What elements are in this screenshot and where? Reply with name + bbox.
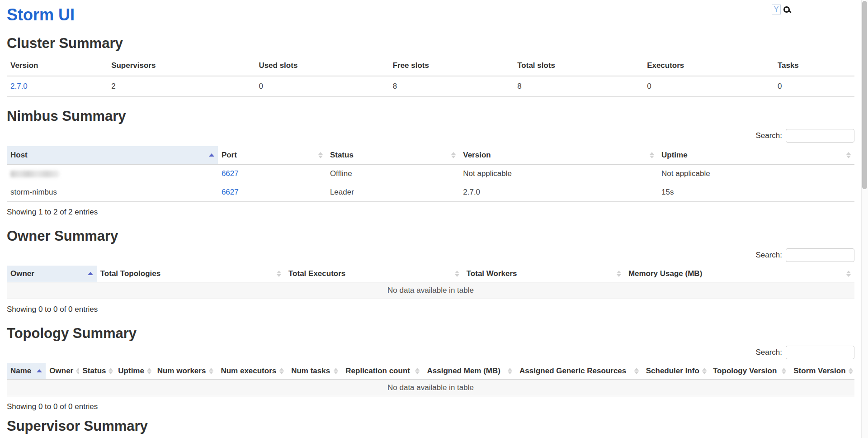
nimbus-search-bar: Search: xyxy=(7,129,854,143)
topology-summary-table: Name Owner Status Uptime Num workers xyxy=(7,363,854,396)
sort-both-icon xyxy=(277,271,281,277)
topology-col-name-sort[interactable]: Name xyxy=(7,363,46,380)
nimbus-status-value: Leader xyxy=(326,183,459,201)
cluster-tasks-value: 0 xyxy=(774,76,854,97)
sort-both-icon xyxy=(279,368,284,374)
nimbus-port-link[interactable]: 6627 xyxy=(222,169,239,178)
nimbus-row-leader: storm-nimbus 6627 Leader 2.7.0 15s xyxy=(7,183,854,201)
cluster-col-executors: Executors xyxy=(643,56,774,76)
cluster-supervisors-value: 2 xyxy=(108,76,255,97)
owner-summary-heading: Owner Summary xyxy=(7,229,854,244)
topology-col-scheduler-info-sort[interactable]: Scheduler Info xyxy=(642,363,709,380)
nimbus-version-value: 2.7.0 xyxy=(459,183,658,201)
nimbus-header-row: Host Port Status Version Uptime xyxy=(7,146,854,165)
nimbus-row-offline: 6627 Offline Not applicable Not applicab… xyxy=(7,164,854,183)
cluster-total-slots-value: 8 xyxy=(514,76,643,97)
nimbus-entries-note: Showing 1 to 2 of 2 entries xyxy=(7,208,854,217)
vertical-scrollbar[interactable] xyxy=(861,0,868,438)
nimbus-col-port-sort[interactable]: Port xyxy=(218,146,326,165)
owner-col-memory-usage-sort[interactable]: Memory Usage (MB) xyxy=(625,266,854,282)
redacted-host-blur xyxy=(10,171,59,177)
cluster-col-supervisors: Supervisors xyxy=(108,56,255,76)
topology-col-num-executors-sort[interactable]: Num executors xyxy=(217,363,288,380)
cluster-summary-heading: Cluster Summary xyxy=(7,36,854,51)
sort-both-icon xyxy=(334,368,338,374)
sort-asc-icon xyxy=(88,272,93,275)
topology-col-replication-count-sort[interactable]: Replication count xyxy=(342,363,423,380)
nimbus-uptime-value: Not applicable xyxy=(658,164,854,183)
owner-search-input[interactable] xyxy=(786,248,854,262)
cluster-col-total-slots: Total slots xyxy=(514,56,643,76)
sort-both-icon xyxy=(76,368,79,374)
cluster-col-used-slots: Used slots xyxy=(255,56,389,76)
cluster-col-free-slots: Free slots xyxy=(389,56,514,76)
owner-summary-table: Owner Total Topologies Total Executors T… xyxy=(7,266,854,299)
topology-col-uptime-sort[interactable]: Uptime xyxy=(114,363,153,380)
sort-both-icon xyxy=(702,368,707,374)
topology-no-data-row: No data available in table xyxy=(7,379,854,396)
nimbus-host-redacted xyxy=(7,164,218,183)
nimbus-search-input[interactable] xyxy=(786,129,854,143)
sort-both-icon xyxy=(415,368,420,374)
topology-col-topology-version-sort[interactable]: Topology Version xyxy=(709,363,790,380)
sort-both-icon xyxy=(617,271,621,277)
sort-both-icon xyxy=(782,368,786,374)
nimbus-summary-heading: Nimbus Summary xyxy=(7,109,854,124)
topology-col-status-sort[interactable]: Status xyxy=(79,363,115,380)
sort-both-icon xyxy=(455,271,459,277)
topology-no-data-text: No data available in table xyxy=(7,379,854,396)
app-title-link[interactable]: Storm UI xyxy=(7,5,854,24)
cluster-executors-value: 0 xyxy=(643,76,774,97)
sort-both-icon xyxy=(209,368,213,374)
supervisor-summary-heading: Supervisor Summary xyxy=(7,419,854,434)
topology-col-num-tasks-sort[interactable]: Num tasks xyxy=(288,363,342,380)
nimbus-col-version-sort[interactable]: Version xyxy=(459,146,658,165)
top-icons: Y xyxy=(772,5,790,14)
owner-col-total-workers-sort[interactable]: Total Workers xyxy=(463,266,625,282)
owner-search-label: Search: xyxy=(755,251,782,260)
cluster-free-slots-value: 8 xyxy=(389,76,514,97)
owner-header-row: Owner Total Topologies Total Executors T… xyxy=(7,266,854,282)
owner-entries-note: Showing 0 to 0 of 0 entries xyxy=(7,305,854,314)
owner-col-total-executors-sort[interactable]: Total Executors xyxy=(285,266,463,282)
owner-no-data-text: No data available in table xyxy=(7,282,854,299)
sort-both-icon xyxy=(147,368,151,374)
topology-col-assigned-generic-resources-sort[interactable]: Assigned Generic Resources xyxy=(516,363,642,380)
cluster-col-tasks: Tasks xyxy=(774,56,854,76)
topology-col-num-workers-sort[interactable]: Num workers xyxy=(154,363,217,380)
sort-both-icon xyxy=(451,152,456,158)
topology-search-bar: Search: xyxy=(7,346,854,359)
sort-asc-icon xyxy=(37,369,42,372)
sort-asc-icon xyxy=(209,153,214,157)
nimbus-host-value: storm-nimbus xyxy=(7,183,218,201)
nimbus-col-uptime-sort[interactable]: Uptime xyxy=(658,146,854,165)
nimbus-summary-table: Host Port Status Version Uptime xyxy=(7,146,854,202)
owner-search-bar: Search: xyxy=(7,248,854,262)
owner-col-total-topologies-sort[interactable]: Total Topologies xyxy=(97,266,285,282)
sort-both-icon xyxy=(634,368,639,374)
cluster-col-version: Version xyxy=(7,56,108,76)
topology-search-input[interactable] xyxy=(786,346,854,359)
y-button[interactable]: Y xyxy=(772,5,781,14)
sort-both-icon xyxy=(849,368,853,374)
topology-col-assigned-mem-sort[interactable]: Assigned Mem (MB) xyxy=(423,363,516,380)
owner-no-data-row: No data available in table xyxy=(7,282,854,299)
nimbus-version-value: Not applicable xyxy=(459,164,658,183)
topology-col-storm-version-sort[interactable]: Storm Version xyxy=(790,363,854,380)
sort-both-icon xyxy=(108,368,113,374)
sort-both-icon xyxy=(318,152,323,158)
sort-both-icon xyxy=(650,152,654,158)
nimbus-port-link[interactable]: 6627 xyxy=(222,188,239,196)
topology-col-owner-sort[interactable]: Owner xyxy=(46,363,79,380)
sort-both-icon xyxy=(846,271,851,277)
search-icon[interactable] xyxy=(783,6,790,13)
cluster-version-link[interactable]: 2.7.0 xyxy=(10,82,28,90)
nimbus-col-status-sort[interactable]: Status xyxy=(326,146,459,165)
topology-summary-heading: Topology Summary xyxy=(7,326,854,341)
nimbus-uptime-value: 15s xyxy=(658,183,854,201)
cluster-data-row: 2.7.0 2 0 8 8 0 0 xyxy=(7,76,854,97)
nimbus-col-host-sort[interactable]: Host xyxy=(7,146,218,165)
owner-col-owner-sort[interactable]: Owner xyxy=(7,266,97,282)
sort-both-icon xyxy=(846,152,851,158)
scrollbar-thumb[interactable] xyxy=(862,1,867,189)
